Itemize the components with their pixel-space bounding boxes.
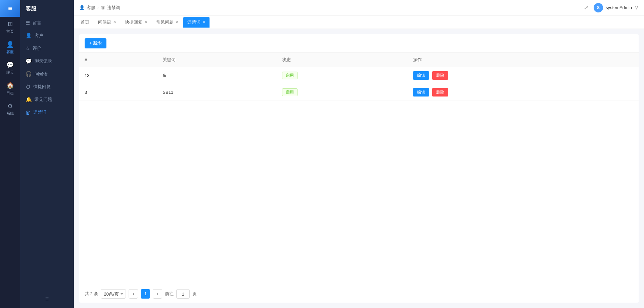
cell-keyword: SB11 <box>157 84 276 101</box>
tab-banned-close[interactable]: ✕ <box>202 20 205 24</box>
breadcrumb-banned-icon: 🗑 <box>101 5 105 10</box>
data-table: # 关键词 状态 操作 13 鱼 启用 编辑 删除 3 SB1 <box>79 53 639 101</box>
user-name: systemAdmin <box>606 5 632 10</box>
tab-banned-label: 违禁词 <box>187 19 200 25</box>
content-toolbar: + 新增 <box>79 34 639 53</box>
breadcrumb-customer-icon: 👤 <box>79 5 85 10</box>
nav-item-home[interactable]: ⊞ 首页 <box>0 17 20 37</box>
message-icon: ☰ <box>26 20 30 26</box>
content-card: + 新增 # 关键词 状态 操作 13 鱼 <box>79 34 639 303</box>
nav-item-log-label: 日志 <box>6 90 14 95</box>
col-actions: 操作 <box>408 53 639 67</box>
tab-greeting[interactable]: 问候语 ✕ <box>94 17 120 28</box>
sidebar-item-greeting[interactable]: 🎧 问候语 <box>20 68 74 80</box>
table-wrap: # 关键词 状态 操作 13 鱼 启用 编辑 删除 3 SB1 <box>79 53 639 285</box>
tab-faq-label: 常见问题 <box>156 19 174 25</box>
goto-page-input[interactable] <box>176 289 190 299</box>
table-row: 3 SB11 启用 编辑 删除 <box>79 84 639 101</box>
tab-banned[interactable]: 违禁词 ✕ <box>183 17 210 28</box>
sidebar-bottom-toggle[interactable]: ≡ <box>20 290 74 308</box>
sidebar-item-review-label: 评价 <box>33 45 41 51</box>
col-keyword: 关键词 <box>157 53 276 67</box>
sidebar-item-chat-log[interactable]: 💬 聊天记录 <box>20 55 74 68</box>
pagination: 共 2 条 20条/页 10条/页 50条/页 ‹ 1 › 前往 页 <box>79 285 639 303</box>
avatar: S <box>594 3 603 12</box>
app-logo: ≡ <box>0 0 20 17</box>
sidebar-item-customer-label: 客户 <box>35 33 43 39</box>
review-icon: ☆ <box>26 45 30 51</box>
banned-icon: 🗑 <box>26 110 31 115</box>
tab-home[interactable]: 首页 <box>77 17 93 28</box>
sidebar-item-banned-label: 违禁词 <box>33 109 46 115</box>
tab-faq[interactable]: 常见问题 ✕ <box>152 17 183 28</box>
sidebar-item-quick-reply[interactable]: ⏱ 快捷回复 <box>20 80 74 93</box>
log-icon: 🏠 <box>6 82 14 89</box>
page-size-select[interactable]: 20条/页 10条/页 50条/页 <box>101 289 126 299</box>
sidebar-item-banned[interactable]: 🗑 违禁词 <box>20 106 74 119</box>
sidebar-item-quick-reply-label: 快捷回复 <box>33 84 51 90</box>
sidebar-item-review[interactable]: ☆ 评价 <box>20 42 74 55</box>
delete-button[interactable]: 删除 <box>432 88 448 97</box>
chat-icon: 💬 <box>6 61 14 69</box>
tab-quick-reply[interactable]: 快捷回复 ✕ <box>121 17 151 28</box>
goto-suffix: 页 <box>192 291 197 297</box>
edit-button[interactable]: 编辑 <box>413 71 429 80</box>
tab-home-label: 首页 <box>81 19 89 25</box>
goto-prefix: 前往 <box>165 291 174 297</box>
nav-item-settings[interactable]: ⚙ 系统 <box>0 99 20 119</box>
tab-greeting-close[interactable]: ✕ <box>113 20 116 24</box>
tab-greeting-label: 问候语 <box>98 19 111 25</box>
quick-reply-icon: ⏱ <box>26 84 31 90</box>
chat-log-icon: 💬 <box>26 58 32 64</box>
cell-id: 3 <box>79 84 157 101</box>
main-area: 👤 客服 › 🗑 违禁词 ⤢ S systemAdmin ∨ 首页 问候语 ✕ … <box>74 0 644 308</box>
status-badge: 启用 <box>282 88 297 96</box>
total-count: 共 2 条 <box>85 291 98 297</box>
sidebar-item-chat-log-label: 聊天记录 <box>35 58 52 64</box>
cell-status: 启用 <box>277 67 408 84</box>
sidebar-item-message[interactable]: ☰ 留言 <box>20 16 74 29</box>
col-status: 状态 <box>277 53 408 67</box>
sidebar: 客服 ☰ 留言 👤 客户 ☆ 评价 💬 聊天记录 🎧 问候语 ⏱ 快捷回复 🔔 … <box>20 0 74 308</box>
home-icon: ⊞ <box>8 20 13 28</box>
nav-item-customer[interactable]: 👤 客服 <box>0 37 20 58</box>
user-area: ⤢ S systemAdmin ∨ <box>584 3 639 12</box>
status-badge: 启用 <box>282 72 297 79</box>
current-page-button[interactable]: 1 <box>141 289 150 299</box>
customer-icon: 👤 <box>6 41 14 48</box>
tab-quick-reply-label: 快捷回复 <box>125 19 142 25</box>
cell-id: 13 <box>79 67 157 84</box>
edit-button[interactable]: 编辑 <box>413 88 429 97</box>
sidebar-item-customer[interactable]: 👤 客户 <box>20 29 74 42</box>
breadcrumb-banned-label: 违禁词 <box>107 5 120 11</box>
nav-item-settings-label: 系统 <box>6 111 14 116</box>
table-row: 13 鱼 启用 编辑 删除 <box>79 67 639 84</box>
top-header: 👤 客服 › 🗑 违禁词 ⤢ S systemAdmin ∨ <box>74 0 644 15</box>
hamburger-icon: ≡ <box>45 296 49 303</box>
cell-actions: 编辑 删除 <box>408 67 639 84</box>
next-page-button[interactable]: › <box>153 289 162 299</box>
cell-actions: 编辑 删除 <box>408 84 639 101</box>
sidebar-item-message-label: 留言 <box>33 20 41 26</box>
dropdown-icon[interactable]: ∨ <box>635 4 639 11</box>
prev-page-button[interactable]: ‹ <box>129 289 138 299</box>
nav-rail: ≡ ⊞ 首页 👤 客服 💬 聊天 🏠 日志 ⚙ 系统 <box>0 0 20 308</box>
tab-faq-close[interactable]: ✕ <box>176 20 179 24</box>
sidebar-title: 客服 <box>20 0 74 16</box>
tab-quick-reply-close[interactable]: ✕ <box>144 20 147 24</box>
sidebar-item-faq[interactable]: 🔔 常见问题 <box>20 93 74 106</box>
delete-button[interactable]: 删除 <box>432 71 448 80</box>
nav-item-home-label: 首页 <box>6 29 14 34</box>
content-area: + 新增 # 关键词 状态 操作 13 鱼 <box>74 29 644 308</box>
add-button[interactable]: + 新增 <box>85 38 106 48</box>
fullscreen-icon[interactable]: ⤢ <box>584 4 588 11</box>
breadcrumb-customer-label: 客服 <box>87 5 95 11</box>
breadcrumb-sep: › <box>97 5 99 10</box>
col-id: # <box>79 53 157 67</box>
customer-side-icon: 👤 <box>26 33 32 39</box>
faq-icon: 🔔 <box>26 97 32 103</box>
breadcrumb: 👤 客服 › 🗑 违禁词 <box>79 5 120 11</box>
nav-item-chat[interactable]: 💬 聊天 <box>0 58 20 78</box>
settings-icon: ⚙ <box>7 102 13 110</box>
nav-item-log[interactable]: 🏠 日志 <box>0 78 20 99</box>
